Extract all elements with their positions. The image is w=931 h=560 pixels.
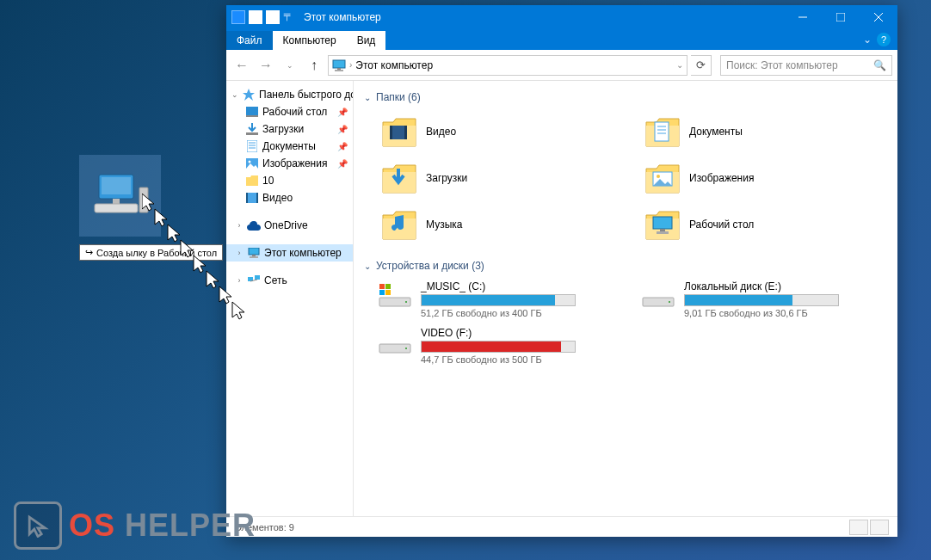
desktop-icon <box>245 105 259 119</box>
sidebar-this-pc[interactable]: › Этот компьютер <box>226 244 353 262</box>
ribbon-collapse-icon[interactable]: ⌄ <box>863 34 872 46</box>
folder-label: Документы <box>689 126 743 138</box>
folder-icon <box>381 114 417 150</box>
address-location: Этот компьютер <box>355 59 433 71</box>
network-icon <box>247 274 261 287</box>
drive-item[interactable]: Локальный диск (E:) 9,01 ГБ свободно из … <box>641 280 887 318</box>
group-folders[interactable]: ⌄ Папки (6) <box>364 88 887 107</box>
sidebar-item-documents[interactable]: Документы 📌 <box>226 138 353 155</box>
drive-icon <box>378 280 412 308</box>
svg-rect-12 <box>246 107 258 115</box>
view-icons-button[interactable] <box>870 520 889 535</box>
pin-icon: 📌 <box>337 159 348 169</box>
explorer-window: 〒 Этот компьютер Файл Компьютер Вид ⌄ ? … <box>226 5 897 537</box>
svg-rect-21 <box>246 193 258 203</box>
qat-icon-2 <box>266 10 280 24</box>
sidebar-item-downloads[interactable]: Загрузки 📌 <box>226 120 353 138</box>
search-input[interactable]: Поиск: Этот компьютер 🔍 <box>720 55 892 76</box>
sidebar-onedrive[interactable]: › OneDrive <box>226 217 353 234</box>
sidebar-item-label: Видео <box>262 192 293 204</box>
svg-rect-11 <box>335 70 343 71</box>
pc-addr-icon <box>332 59 346 71</box>
svg-rect-51 <box>405 348 407 349</box>
chevron-right-icon[interactable]: › <box>349 60 352 70</box>
drive-capacity-bar <box>684 294 839 306</box>
sidebar-item-videos[interactable]: Видео <box>226 189 353 206</box>
network-label: Сеть <box>264 274 287 286</box>
chevron-down-icon: ⌄ <box>364 93 371 102</box>
sidebar-quick-access[interactable]: ⌄ Панель быстрого до <box>226 86 353 103</box>
nav-forward-button[interactable]: → <box>256 55 276 76</box>
content-area: ⌄ Папки (6) Видео Документы <box>354 81 897 516</box>
svg-rect-10 <box>337 68 341 70</box>
svg-rect-45 <box>385 290 391 295</box>
sidebar-item-pictures[interactable]: Изображения 📌 <box>226 155 353 172</box>
search-icon: 🔍 <box>873 59 886 71</box>
folder-item[interactable]: Музыка <box>378 203 624 246</box>
svg-rect-2 <box>113 199 120 204</box>
svg-rect-26 <box>250 256 258 258</box>
drive-name: VIDEO (F:) <box>421 327 624 339</box>
folder-item[interactable]: Изображения <box>641 157 887 200</box>
desktop-this-pc-icon[interactable] <box>79 155 161 237</box>
titlebar[interactable]: 〒 Этот компьютер <box>226 5 897 29</box>
chevron-down-icon: ⌄ <box>364 262 371 271</box>
group-drives[interactable]: ⌄ Устройства и диски (3) <box>364 256 887 275</box>
folder-item[interactable]: Видео <box>378 110 624 153</box>
ribbon-tabs: Файл Компьютер Вид ⌄ ? <box>226 29 897 50</box>
pin-icon: 📌 <box>337 125 348 134</box>
close-button[interactable] <box>860 5 897 29</box>
svg-rect-47 <box>405 301 407 303</box>
drive-capacity-bar <box>421 294 576 306</box>
help-icon[interactable]: ? <box>877 33 891 46</box>
downloads-icon <box>245 122 259 136</box>
svg-rect-41 <box>657 231 669 234</box>
folder-item[interactable]: Рабочий стол <box>641 203 887 246</box>
svg-rect-49 <box>669 301 670 303</box>
drive-item[interactable]: VIDEO (F:) 44,7 ГБ свободно из 500 ГБ <box>378 327 624 365</box>
folder-icon <box>381 160 417 196</box>
minimize-button[interactable] <box>784 5 822 29</box>
pin-icon: 📌 <box>337 142 348 151</box>
svg-rect-6 <box>836 13 845 22</box>
nav-up-button[interactable]: ↑ <box>304 55 324 76</box>
svg-rect-1 <box>102 177 131 194</box>
documents-icon <box>245 139 259 153</box>
folder-label: Загрузки <box>426 172 467 184</box>
sidebar-item-folder[interactable]: 10 <box>226 172 353 189</box>
pictures-icon <box>245 157 259 170</box>
drive-name: Локальный диск (E:) <box>684 280 887 292</box>
drive-item[interactable]: _MUSIC_ (C:) 51,2 ГБ свободно из 400 ГБ <box>378 280 624 318</box>
svg-point-20 <box>249 161 251 163</box>
folder-item[interactable]: Загрузки <box>378 157 624 200</box>
sidebar-item-label: Загрузки <box>262 123 304 135</box>
maximize-button[interactable] <box>822 5 860 29</box>
nav-recent-dropdown[interactable]: ⌄ <box>280 55 300 76</box>
sidebar-item-desktop[interactable]: Рабочий стол 📌 <box>226 103 353 120</box>
svg-rect-33 <box>655 122 669 141</box>
folder-label: Изображения <box>689 172 754 184</box>
nav-back-button[interactable]: ← <box>231 55 252 76</box>
quick-access-label: Панель быстрого до <box>259 89 354 101</box>
tab-file[interactable]: Файл <box>226 31 273 50</box>
window-title: Этот компьютер <box>299 11 784 23</box>
sidebar-item-label: Рабочий стол <box>262 106 327 118</box>
tab-computer[interactable]: Компьютер <box>273 31 347 50</box>
svg-rect-14 <box>246 132 258 135</box>
drive-free-text: 51,2 ГБ свободно из 400 ГБ <box>421 308 624 318</box>
folder-icon <box>245 174 259 188</box>
address-dropdown-icon[interactable]: ⌄ <box>676 60 683 70</box>
sidebar-network[interactable]: › Сеть <box>226 272 353 289</box>
drive-free-text: 9,01 ГБ свободно из 30,6 ГБ <box>684 308 887 318</box>
address-bar[interactable]: › Этот компьютер ⌄ <box>328 55 687 76</box>
statusbar: Элементов: 9 <box>226 516 897 537</box>
refresh-button[interactable]: ⟳ <box>691 55 712 76</box>
view-details-button[interactable] <box>849 520 868 535</box>
folder-item[interactable]: Документы <box>641 110 887 153</box>
pc-icon <box>247 246 261 260</box>
watermark-helper: HELPER <box>115 508 256 543</box>
svg-rect-3 <box>95 204 138 212</box>
tab-view[interactable]: Вид <box>347 31 386 50</box>
videos-icon <box>245 191 259 205</box>
qat-icon <box>249 10 262 24</box>
